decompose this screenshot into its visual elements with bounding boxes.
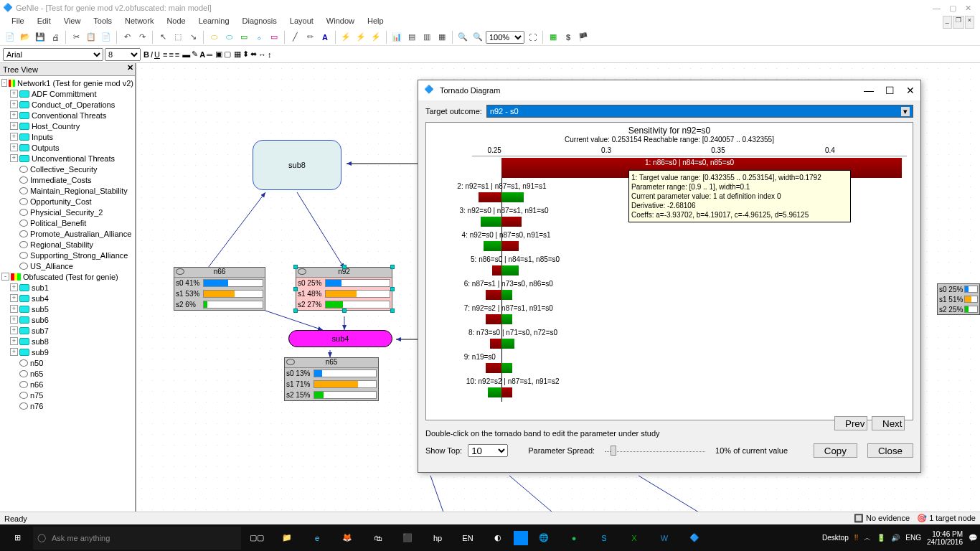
font-select[interactable]: Arial xyxy=(3,48,103,61)
menu-learning[interactable]: Learning xyxy=(193,16,235,29)
select-icon[interactable]: ⬚ xyxy=(171,30,185,44)
tree-item[interactable]: +sub5 xyxy=(1,303,133,314)
cortana-search[interactable]: ◯ Ask me anything xyxy=(33,527,241,550)
menu-help[interactable]: Help xyxy=(362,16,390,29)
tree-item[interactable]: +sub6 xyxy=(1,314,133,325)
tree-item[interactable]: Promote_Australian_Alliance xyxy=(1,228,133,239)
app1-icon[interactable]: ⬛ xyxy=(393,527,422,550)
tree-item[interactable]: n76 xyxy=(1,400,133,411)
firefox-icon[interactable]: 🦊 xyxy=(333,527,362,550)
tree-item[interactable]: +Inputs xyxy=(1,131,133,142)
halign-icon[interactable]: ⬍ xyxy=(242,50,249,59)
prev-button[interactable]: Prev xyxy=(834,416,867,430)
alignr-icon[interactable]: ≡ xyxy=(175,50,179,59)
tree-item[interactable]: +Unconventional Threats xyxy=(1,153,133,164)
tree-item[interactable]: Opportunity_Cost xyxy=(1,196,133,207)
dollar-icon[interactable]: $ xyxy=(561,30,575,44)
battery-icon[interactable]: 🔋 xyxy=(877,534,885,542)
treeview-close-icon[interactable]: ✕ xyxy=(127,63,133,72)
menu-window[interactable]: Window xyxy=(321,16,360,29)
tree-item[interactable]: +Outputs xyxy=(1,142,133,153)
alignl-icon[interactable]: ≡ xyxy=(163,50,167,59)
open-icon[interactable]: 📂 xyxy=(18,30,32,44)
app3-icon[interactable] xyxy=(514,531,528,545)
node-n92[interactable]: n92s0 25%s1 48%s2 27% xyxy=(296,267,392,311)
tree-item[interactable]: +sub8 xyxy=(1,336,133,347)
menu-network[interactable]: Network xyxy=(119,16,159,29)
pointer-icon[interactable]: ↖ xyxy=(156,30,170,44)
bold-icon[interactable]: B xyxy=(143,50,149,59)
edge-icon[interactable]: e xyxy=(303,527,331,550)
tree-item[interactable]: n65 xyxy=(1,368,133,379)
eclipse-icon[interactable]: ◐ xyxy=(484,527,512,550)
show-top-select[interactable]: 10 xyxy=(468,444,508,457)
copy-icon[interactable]: 📋 xyxy=(84,30,98,44)
close-button[interactable]: Close xyxy=(867,443,913,458)
chevron-up-icon[interactable]: ︿ xyxy=(864,533,871,543)
notifications-icon[interactable]: 💬 xyxy=(969,534,977,542)
tree-item[interactable]: +Conventional Threats xyxy=(1,110,133,121)
update-all-icon[interactable]: ⚡ xyxy=(354,30,368,44)
hp-icon[interactable]: hp xyxy=(423,527,452,550)
arc-icon[interactable]: ↘ xyxy=(186,30,200,44)
tree-item[interactable]: +sub7 xyxy=(1,325,133,336)
tree-item[interactable]: n66 xyxy=(1,379,133,390)
next-button[interactable]: Next xyxy=(872,416,905,430)
flag-icon[interactable]: 🏴 xyxy=(576,30,590,44)
invalidate-icon[interactable]: ⚡ xyxy=(369,30,383,44)
send-back-icon[interactable]: ▢ xyxy=(224,50,231,59)
maximize-icon[interactable]: ▢ xyxy=(949,4,956,13)
print-icon[interactable]: 🖨 xyxy=(48,30,62,44)
cut-icon[interactable]: ✂ xyxy=(69,30,83,44)
barchart-icon[interactable]: ▤ xyxy=(405,30,419,44)
explorer-icon[interactable]: 📁 xyxy=(273,527,301,550)
redo-icon[interactable]: ↷ xyxy=(135,30,149,44)
dialog-maximize-icon[interactable]: ☐ xyxy=(885,85,895,96)
new-icon[interactable]: 📄 xyxy=(3,30,17,44)
update-icon[interactable]: ⚡ xyxy=(339,30,353,44)
mdi-restore-icon[interactable]: ❐ xyxy=(953,16,964,29)
fit-icon[interactable]: ⛶ xyxy=(525,30,540,44)
tree-item[interactable]: -Obfuscated (Test for genie) xyxy=(1,271,133,282)
deterministic-node-icon[interactable]: ⬭ xyxy=(222,30,236,44)
grid-icon[interactable]: ▦ xyxy=(546,30,560,44)
node-sub8[interactable]: sub8 xyxy=(253,140,341,190)
alignc-icon[interactable]: ≡ xyxy=(169,50,173,59)
node-n66[interactable]: n66s0 41%s1 53%s2 6% xyxy=(174,267,265,311)
barchart3-icon[interactable]: ▦ xyxy=(435,30,449,44)
menu-view[interactable]: View xyxy=(58,16,87,29)
taskbar-lang[interactable]: ENG xyxy=(905,534,921,542)
tree-item[interactable]: n75 xyxy=(1,390,133,400)
tree-item[interactable]: +Conduct_of_Operations xyxy=(1,99,133,110)
menu-edit[interactable]: Edit xyxy=(32,16,57,29)
task-view-icon[interactable]: ▢▢ xyxy=(242,527,271,550)
start-icon[interactable]: ⊞ xyxy=(3,527,32,550)
tree-item[interactable]: n50 xyxy=(1,357,133,368)
tree-item[interactable]: -Network1 (Test for genie mod v2) xyxy=(1,77,133,88)
menu-diagnosis[interactable]: Diagnosis xyxy=(237,16,283,29)
menu-tools[interactable]: Tools xyxy=(88,16,118,29)
node-partial-right[interactable]: s0 25%s1 51%s2 25% xyxy=(937,283,980,315)
volume-icon[interactable]: 🔊 xyxy=(891,534,900,542)
store-icon[interactable]: 🛍 xyxy=(363,527,392,550)
word-icon[interactable]: W xyxy=(650,527,679,550)
histogram-icon[interactable]: 📊 xyxy=(390,30,404,44)
node-sub4[interactable]: sub4 xyxy=(288,330,392,347)
tree-item[interactable]: +sub4 xyxy=(1,293,133,303)
menu-layout[interactable]: Layout xyxy=(284,16,319,29)
tree-item[interactable]: Political_Benefit xyxy=(1,217,133,228)
tree-item[interactable]: +ADF Committment xyxy=(1,88,133,99)
vdist-icon[interactable]: ↕ xyxy=(268,50,272,59)
fillcolor-icon[interactable]: ▬ xyxy=(182,50,190,59)
utility-node-icon[interactable]: ⬦ xyxy=(252,30,266,44)
grid-snap-icon[interactable]: ▦ xyxy=(234,50,241,59)
tree-item[interactable]: Regional_Stability xyxy=(1,239,133,250)
taskbar-date[interactable]: 24/10/2016 xyxy=(927,538,963,546)
pen-tool-icon[interactable]: ✏ xyxy=(303,30,317,44)
mdi-minimize-icon[interactable]: _ xyxy=(943,16,952,29)
tree-item[interactable]: +sub1 xyxy=(1,282,133,293)
lang-switch-icon[interactable]: EN xyxy=(453,527,482,550)
chance-node-icon[interactable]: ⬭ xyxy=(207,30,221,44)
taskbar-desktop[interactable]: Desktop xyxy=(822,534,849,542)
taskbar-time[interactable]: 10:46 PM xyxy=(927,530,963,538)
